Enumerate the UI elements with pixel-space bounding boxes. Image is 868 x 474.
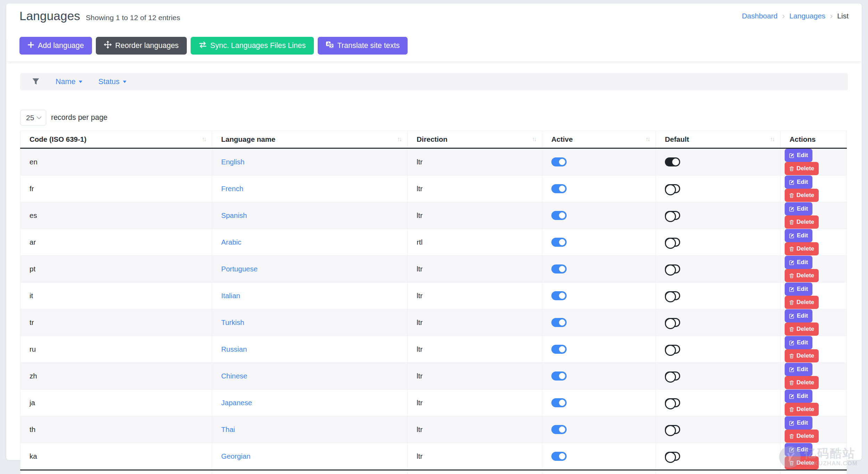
default-toggle[interactable]: [665, 238, 680, 247]
delete-button[interactable]: Delete: [785, 215, 819, 229]
language-name-link[interactable]: Portuguese: [221, 265, 258, 273]
header-code[interactable]: Code (ISO 639-1)↑↓: [20, 131, 212, 148]
default-toggle[interactable]: [665, 452, 680, 461]
active-toggle[interactable]: [551, 345, 567, 354]
sync-languages-button[interactable]: Sync. Languages Files Lines: [191, 37, 314, 55]
default-toggle[interactable]: [665, 398, 680, 407]
delete-button[interactable]: Delete: [785, 242, 819, 255]
active-toggle[interactable]: [551, 371, 567, 381]
table-row: es Spanish ltr Edit Delete: [20, 202, 847, 229]
per-page-row: 25 records per page: [20, 110, 848, 125]
default-toggle[interactable]: [665, 318, 680, 327]
default-toggle[interactable]: [665, 425, 680, 434]
active-toggle[interactable]: [551, 425, 567, 434]
direction-cell: ltr: [408, 148, 542, 175]
edit-button[interactable]: Edit: [785, 283, 812, 296]
breadcrumb-link-languages[interactable]: Languages: [789, 12, 825, 20]
delete-label: Delete: [796, 433, 814, 440]
active-toggle[interactable]: [551, 184, 567, 193]
table-row: ja Japanese ltr Edit Delete: [20, 390, 847, 416]
edit-button[interactable]: Edit: [785, 443, 812, 456]
trash-icon: [789, 434, 794, 439]
delete-button[interactable]: Delete: [785, 296, 819, 309]
edit-button[interactable]: Edit: [785, 149, 812, 162]
edit-icon: [789, 206, 794, 212]
records-per-page-select[interactable]: 25: [20, 110, 46, 125]
default-toggle[interactable]: [665, 211, 680, 220]
active-toggle[interactable]: [551, 398, 567, 407]
default-toggle[interactable]: [665, 264, 680, 273]
delete-button[interactable]: Delete: [785, 456, 819, 469]
edit-button[interactable]: Edit: [785, 309, 812, 322]
default-toggle[interactable]: [665, 371, 680, 381]
language-name-link[interactable]: English: [221, 158, 244, 166]
active-toggle[interactable]: [551, 291, 567, 300]
default-toggle[interactable]: [665, 157, 680, 166]
edit-icon: [789, 447, 794, 452]
edit-button[interactable]: Edit: [785, 175, 812, 189]
active-toggle[interactable]: [551, 452, 567, 461]
language-name-link[interactable]: Arabic: [221, 238, 241, 246]
language-name-link[interactable]: Thai: [221, 425, 235, 433]
header-active[interactable]: Active↑↓: [542, 131, 656, 148]
edit-label: Edit: [797, 312, 808, 319]
delete-button[interactable]: Delete: [785, 403, 819, 416]
default-toggle[interactable]: [665, 345, 680, 354]
edit-button[interactable]: Edit: [785, 336, 812, 349]
language-name-link[interactable]: Italian: [221, 292, 240, 300]
edit-button[interactable]: Edit: [785, 363, 812, 376]
delete-button[interactable]: Delete: [785, 269, 819, 282]
edit-label: Edit: [797, 446, 808, 453]
page-title: Languages: [19, 9, 80, 23]
filter-status-dropdown[interactable]: Status: [98, 77, 126, 86]
reorder-languages-button[interactable]: Reorder languages: [96, 37, 187, 55]
active-toggle[interactable]: [551, 264, 567, 273]
sync-icon: [199, 41, 207, 51]
language-name-link[interactable]: Georgian: [221, 452, 250, 460]
delete-button[interactable]: Delete: [785, 376, 819, 389]
delete-button[interactable]: Delete: [785, 322, 819, 336]
language-name-link[interactable]: French: [221, 185, 243, 193]
header-direction[interactable]: Direction↑↓: [408, 131, 542, 148]
filter-name-dropdown[interactable]: Name: [56, 77, 82, 86]
active-toggle[interactable]: [551, 238, 567, 247]
sort-icon: ↑↓: [645, 136, 649, 143]
language-name-link[interactable]: Russian: [221, 345, 247, 353]
code-cell: ja: [20, 390, 212, 416]
delete-button[interactable]: Delete: [785, 189, 819, 202]
language-name-link[interactable]: Chinese: [221, 372, 247, 380]
translate-site-texts-button[interactable]: A 文 Translate site texts: [318, 37, 408, 55]
footer-header-code: Code (ISO 639-1): [20, 470, 212, 474]
active-toggle[interactable]: [551, 211, 567, 220]
delete-button[interactable]: Delete: [785, 162, 819, 175]
breadcrumb-separator-icon: ›: [830, 12, 833, 20]
edit-button[interactable]: Edit: [785, 390, 812, 403]
language-name-link[interactable]: Spanish: [221, 211, 247, 219]
default-toggle[interactable]: [665, 291, 680, 300]
delete-button[interactable]: Delete: [785, 430, 819, 443]
header-language-name[interactable]: Language name↑↓: [212, 131, 408, 148]
active-toggle[interactable]: [551, 157, 567, 166]
default-toggle[interactable]: [665, 184, 680, 193]
edit-label: Edit: [797, 205, 808, 212]
edit-button[interactable]: Edit: [785, 229, 812, 242]
page-subtitle: Showing 1 to 12 of 12 entries: [86, 14, 180, 22]
edit-button[interactable]: Edit: [785, 256, 812, 269]
trash-icon: [789, 246, 794, 252]
edit-button[interactable]: Edit: [785, 202, 812, 215]
breadcrumb-link-dashboard[interactable]: Dashboard: [742, 12, 778, 20]
edit-button[interactable]: Edit: [785, 416, 812, 430]
header-default[interactable]: Default↑↓: [656, 131, 781, 148]
svg-text:文: 文: [329, 43, 333, 48]
active-toggle[interactable]: [551, 318, 567, 327]
translate-site-texts-label: Translate site texts: [337, 41, 400, 50]
delete-label: Delete: [796, 459, 814, 466]
delete-button[interactable]: Delete: [785, 349, 819, 362]
table-row: pt Portuguese ltr Edit Delete: [20, 256, 847, 283]
language-name-link[interactable]: Turkish: [221, 318, 244, 326]
language-name-link[interactable]: Japanese: [221, 399, 252, 407]
add-language-button[interactable]: Add language: [19, 37, 92, 55]
edit-label: Edit: [797, 366, 808, 373]
edit-label: Edit: [797, 259, 808, 266]
delete-label: Delete: [796, 379, 814, 386]
